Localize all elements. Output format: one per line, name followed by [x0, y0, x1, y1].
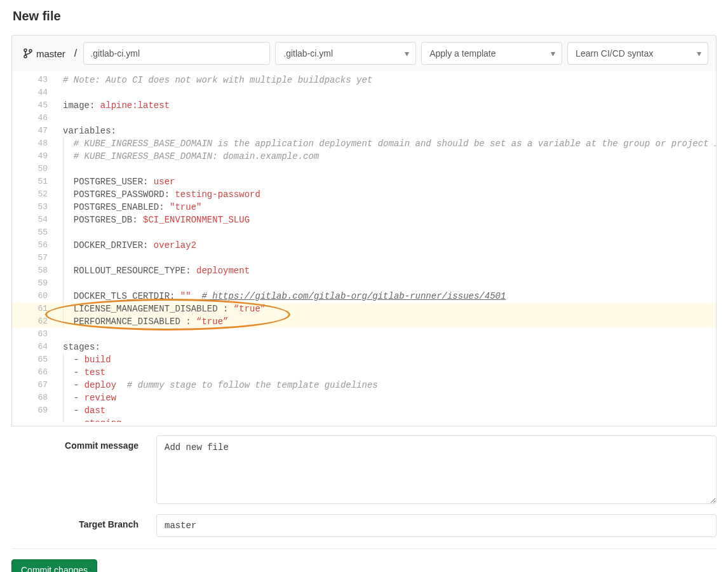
code-line[interactable]: 65 - build: [12, 353, 716, 366]
chevron-down-icon: ▾: [405, 48, 409, 58]
code-line[interactable]: 58 ROLLOUT_RESOURCE_TYPE: deployment: [12, 264, 716, 277]
line-number: 65: [12, 353, 57, 366]
svg-point-1: [24, 55, 27, 58]
code-editor[interactable]: 43# Note: Auto CI does not work with mul…: [11, 71, 717, 426]
commit-form: Commit message Target Branch Commit chan…: [11, 426, 717, 572]
code-line[interactable]: - staging: [12, 417, 716, 422]
code-line[interactable]: 47variables:: [12, 125, 716, 137]
chevron-down-icon: ▾: [697, 48, 701, 58]
line-number: 44: [12, 86, 57, 99]
branch-name: master: [36, 48, 65, 59]
line-number: 64: [12, 341, 57, 353]
line-number: 62: [12, 315, 57, 328]
code-line[interactable]: 62 PERFORMANCE_DISABLED : “true”: [12, 315, 716, 328]
chevron-down-icon: ▾: [551, 48, 555, 58]
commit-message-input[interactable]: [156, 435, 717, 504]
code-line[interactable]: 43# Note: Auto CI does not work with mul…: [12, 74, 716, 86]
line-number: 51: [12, 175, 57, 188]
code-line[interactable]: 56 DOCKER_DRIVER: overlay2: [12, 239, 716, 252]
code-line[interactable]: 49 # KUBE_INGRESS_BASE_DOMAIN: domain.ex…: [12, 150, 716, 163]
line-number: 45: [12, 99, 57, 112]
code-line[interactable]: 67 - deploy # dummy stage to follow the …: [12, 379, 716, 392]
code-line[interactable]: 52 POSTGRES_PASSWORD: testing-password: [12, 188, 716, 201]
commit-changes-button[interactable]: Commit changes: [11, 559, 97, 572]
code-line[interactable]: 45image: alpine:latest: [12, 99, 716, 112]
line-number: 49: [12, 150, 57, 163]
code-line[interactable]: 61 LICENSE_MANAGEMENT_DISABLED : “true”: [12, 303, 716, 315]
template-select[interactable]: Apply a template ▾: [421, 42, 562, 65]
line-number: 52: [12, 188, 57, 201]
line-number: 46: [12, 112, 57, 125]
line-number: 59: [12, 277, 57, 290]
line-number: 67: [12, 379, 57, 392]
code-line[interactable]: 54 POSTGRES_DB: $CI_ENVIRONMENT_SLUG: [12, 214, 716, 226]
learn-cicd-label: Learn CI/CD syntax: [576, 48, 653, 58]
code-line[interactable]: 69 - dast: [12, 404, 716, 417]
branch-selector[interactable]: master: [21, 47, 68, 60]
line-number: 48: [12, 137, 57, 150]
code-line[interactable]: 64stages:: [12, 341, 716, 353]
code-line[interactable]: 60 DOCKER_TLS_CERTDIR: "" # https://gitl…: [12, 290, 716, 303]
line-number: 61: [12, 303, 57, 315]
commit-message-label: Commit message: [11, 435, 138, 451]
code-line[interactable]: 59: [12, 277, 716, 290]
filetype-select[interactable]: .gitlab-ci.yml ▾: [275, 42, 416, 65]
code-line[interactable]: 66 - test: [12, 366, 716, 379]
branch-icon: [24, 48, 32, 58]
line-number: 43: [12, 74, 57, 86]
line-number: 60: [12, 290, 57, 303]
filetype-select-label: .gitlab-ci.yml: [283, 48, 333, 58]
filename-input[interactable]: [83, 42, 270, 65]
path-separator: /: [73, 48, 78, 59]
line-number: 66: [12, 366, 57, 379]
code-line[interactable]: 44: [12, 86, 716, 99]
target-branch-input[interactable]: [156, 514, 717, 537]
code-line[interactable]: 55: [12, 226, 716, 239]
code-line[interactable]: 57: [12, 252, 716, 264]
code-line[interactable]: 51 POSTGRES_USER: user: [12, 175, 716, 188]
code-line[interactable]: 68 - review: [12, 392, 716, 404]
line-number: 55: [12, 226, 57, 239]
svg-point-2: [29, 50, 32, 52]
file-toolbar: master / .gitlab-ci.yml ▾ Apply a templa…: [11, 35, 717, 71]
learn-cicd-select[interactable]: Learn CI/CD syntax ▾: [567, 42, 708, 65]
code-line[interactable]: 63: [12, 328, 716, 341]
code-line[interactable]: 53 POSTGRES_ENABLED: "true": [12, 201, 716, 214]
code-line[interactable]: 46: [12, 112, 716, 125]
line-number: 58: [12, 264, 57, 277]
template-select-label: Apply a template: [429, 48, 495, 58]
line-number: 69: [12, 404, 57, 417]
line-number: 50: [12, 163, 57, 175]
line-number: 57: [12, 252, 57, 264]
line-number: 54: [12, 214, 57, 226]
line-number: 63: [12, 328, 57, 341]
code-line[interactable]: 50: [12, 163, 716, 175]
divider: [11, 548, 717, 549]
target-branch-label: Target Branch: [11, 514, 138, 529]
code-line[interactable]: 48 # KUBE_INGRESS_BASE_DOMAIN is the app…: [12, 137, 716, 150]
page-title: New file: [13, 9, 717, 24]
line-number: 68: [12, 392, 57, 404]
line-number: 56: [12, 239, 57, 252]
commit-changes-label: Commit changes: [21, 565, 88, 572]
line-number: 53: [12, 201, 57, 214]
svg-point-0: [24, 49, 27, 51]
line-number: 47: [12, 125, 57, 137]
